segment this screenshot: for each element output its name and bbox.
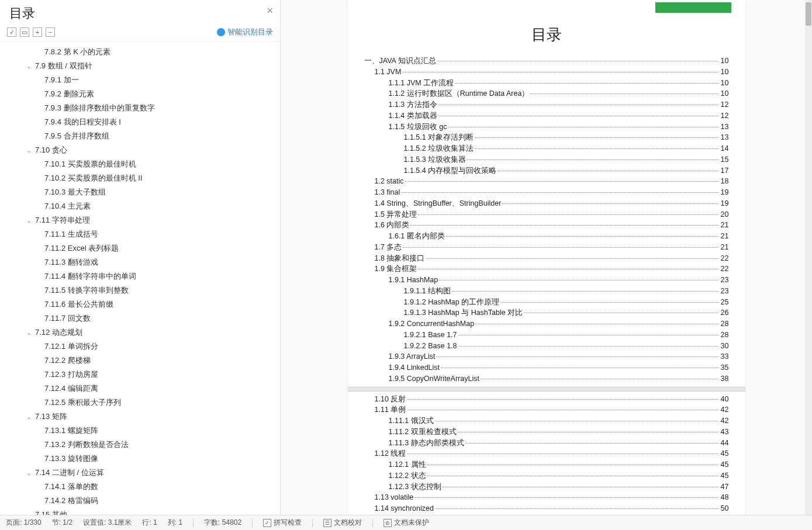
toc-entry[interactable]: 1.2 static18 — [364, 176, 729, 187]
outline-item[interactable]: 7.11.7 回文数 — [41, 311, 280, 325]
toc-entry[interactable]: 1.9.2.1 Base 1.728 — [364, 330, 729, 341]
outline-group-head[interactable]: ⌄7.14 二进制 / 位运算 — [22, 466, 280, 480]
close-icon[interactable]: × — [267, 5, 273, 17]
status-page[interactable]: 页面: 1/330 — [6, 518, 42, 528]
toc-entry[interactable]: 1.11.1 饿汉式42 — [364, 415, 729, 427]
status-col[interactable]: 列: 1 — [168, 518, 182, 528]
outline-item[interactable]: 7.11.4 翻转字符串中的单词 — [41, 269, 280, 283]
outline-item[interactable]: 7.11.5 转换字符串到整数 — [41, 283, 280, 297]
toc-entry[interactable]: 1.6.1 匿名内部类21 — [364, 231, 729, 242]
toc-entry[interactable]: 1.1.5.4 内存模型与回收策略17 — [364, 165, 729, 176]
toc-entry[interactable]: 1.1 JVM10 — [364, 67, 729, 78]
toc-entry[interactable]: 1.13 volatile48 — [364, 492, 729, 503]
toc-entry[interactable]: 1.1.2 运行时数据区（Runtime Data Area）10 — [364, 88, 729, 99]
outline-item[interactable]: 7.8.2 第 K 小的元素 — [41, 45, 280, 59]
outline-item[interactable]: 7.11.1 生成括号 — [41, 227, 280, 241]
status-spellcheck[interactable]: ✓ 拼写检查 — [263, 518, 302, 528]
outline-item[interactable]: 7.13.2 判断数独是否合法 — [41, 438, 280, 452]
outline-group-head[interactable]: ⌄7.15 其他 — [22, 508, 280, 515]
outline-item[interactable]: 7.9.5 合并排序数组 — [41, 129, 280, 143]
toc-entry[interactable]: 1.9.2.2 Base 1.830 — [364, 341, 729, 352]
outline-item[interactable]: 7.13.1 螺旋矩阵 — [41, 424, 280, 438]
expand-icon[interactable]: + — [33, 27, 42, 37]
toc-entry[interactable]: 1.12.1 属性45 — [364, 459, 729, 470]
outline-group-head[interactable]: ⌄7.11 字符串处理 — [22, 213, 280, 227]
toc-entry[interactable]: 1.9.1.2 HashMap 的工作原理25 — [364, 297, 729, 308]
outline-item[interactable]: 7.9.1 加一 — [41, 73, 280, 87]
layout-icon[interactable]: ▭ — [20, 27, 29, 37]
scrollbar[interactable] — [805, 0, 812, 515]
outline-group-head[interactable]: ⌄7.9 数组 / 双指针 — [22, 59, 280, 73]
toc-entry[interactable]: 1.8 抽象和接口22 — [364, 253, 729, 264]
outline-item[interactable]: 7.10.3 最大子数组 — [41, 185, 280, 199]
toc-entry[interactable]: 1.9.2 ConcurrentHashMap28 — [364, 318, 729, 330]
outline-panel: 目录 × ✓ ▭ + − 智能识别目录 7.8.2 第 K 小的元素⌄7.9 数… — [0, 0, 281, 515]
toc-entry[interactable]: 1.12.3 状态控制47 — [364, 481, 729, 493]
toc-entry[interactable]: 1.7 多态21 — [364, 242, 729, 253]
document-viewport[interactable]: 目录 一、JAVA 知识点汇总101.1 JVM101.1.1 JVM 工作流程… — [281, 0, 812, 515]
outline-item[interactable]: 7.9.2 删除元素 — [41, 87, 280, 101]
status-wordcount[interactable]: 字数: 54802 — [204, 518, 241, 528]
toc-leader — [438, 105, 718, 105]
outline-item[interactable]: 7.11.2 Excel 表列标题 — [41, 241, 280, 255]
smart-recognize-link[interactable]: 智能识别目录 — [217, 27, 273, 37]
outline-item[interactable]: 7.11.3 翻转游戏 — [41, 255, 280, 269]
outline-item[interactable]: 7.12.5 乘积最大子序列 — [41, 396, 280, 410]
toc-entry[interactable]: 1.9.1 HashMap23 — [364, 275, 729, 286]
outline-item[interactable]: 7.14.2 格雷编码 — [41, 494, 280, 508]
toc-entry[interactable]: 1.11 单例42 — [364, 404, 729, 415]
outline-item[interactable]: 7.9.4 我的日程安排表 I — [41, 115, 280, 129]
toc-page: 50 — [720, 514, 729, 515]
toc-entry[interactable]: 1.9.1.1 结构图23 — [364, 286, 729, 297]
toc-entry[interactable]: 1.9.5 CopyOnWriteArrayList38 — [364, 373, 729, 384]
status-section[interactable]: 节: 1/2 — [52, 518, 72, 528]
scrollbar-thumb[interactable] — [806, 2, 811, 26]
outline-group-head[interactable]: ⌄7.12 动态规划 — [22, 325, 280, 340]
toc-entry[interactable]: 1.9.3 ArrayList33 — [364, 351, 729, 362]
toc-entry[interactable]: 1.5 异常处理20 — [364, 209, 729, 220]
toc-entry[interactable]: 一、JAVA 知识点汇总10 — [364, 56, 729, 67]
outline-item[interactable]: 7.14.1 落单的数 — [41, 480, 280, 494]
outline-item[interactable]: 7.12.2 爬楼梯 — [41, 354, 280, 368]
toc-entry[interactable]: 1.11.2 双重检查模式43 — [364, 427, 729, 438]
outline-item[interactable]: 7.9.3 删除排序数组中的重复数字 — [41, 101, 280, 115]
status-row[interactable]: 行: 1 — [142, 518, 157, 528]
collapse-icon[interactable]: − — [46, 27, 55, 37]
outline-item[interactable]: 7.13.3 旋转图像 — [41, 452, 280, 466]
toc-entry[interactable]: 1.1.4 类加载器12 — [364, 110, 729, 122]
status-setvalue[interactable]: 设置值: 3.1厘米 — [83, 518, 132, 528]
outline-item[interactable]: 7.10.2 买卖股票的最佳时机 II — [41, 171, 280, 185]
toc-entry[interactable]: 1.11.3 静态内部类模式44 — [364, 438, 729, 449]
toc-entry[interactable]: 1.1.5.2 垃圾收集算法14 — [364, 143, 729, 154]
toc-entry[interactable]: 1.6 内部类21 — [364, 220, 729, 231]
check-icon[interactable]: ✓ — [7, 27, 16, 37]
outline-item[interactable]: 7.10.4 主元素 — [41, 199, 280, 213]
toc-entry[interactable]: 1.14 synchronized50 — [364, 503, 729, 514]
outline-item[interactable]: 7.12.3 打劫房屋 — [41, 368, 280, 382]
toc-entry[interactable]: 1.9.4 LinkedList35 — [364, 362, 729, 373]
toc-entry[interactable]: 1.1.1 JVM 工作流程10 — [364, 78, 729, 89]
status-proofread[interactable]: ☰ 文档校对 — [323, 518, 362, 528]
outline-group-head[interactable]: ⌄7.10 贪心 — [22, 143, 280, 157]
outline-tree[interactable]: 7.8.2 第 K 小的元素⌄7.9 数组 / 双指针7.9.1 加一7.9.2… — [0, 41, 280, 515]
toc-entry[interactable]: 1.14.1 根据获取的锁分类50 — [364, 514, 729, 515]
toc-entry[interactable]: 1.1.3 方法指令12 — [364, 99, 729, 110]
status-protection[interactable]: ⊘ 文档未保护 — [383, 518, 429, 528]
toc-entry[interactable]: 1.12.2 状态45 — [364, 470, 729, 481]
outline-item[interactable]: 7.12.1 单词拆分 — [41, 340, 280, 354]
toc-entry[interactable]: 1.4 String、StringBuffer、StringBuilder19 — [364, 198, 729, 209]
outline-item[interactable]: 7.10.1 买卖股票的最佳时机 — [41, 157, 280, 171]
toc-entry[interactable]: 1.1.5.1 对象存活判断13 — [364, 132, 729, 143]
toc-entry[interactable]: 1.1.5.3 垃圾收集器15 — [364, 154, 729, 165]
toc-entry[interactable]: 1.10 反射40 — [364, 394, 729, 405]
toc-page: 50 — [720, 503, 729, 514]
toc-entry[interactable]: 1.9.1.3 HashMap 与 HashTable 对比26 — [364, 307, 729, 318]
outline-group-head[interactable]: ⌄7.13 矩阵 — [22, 410, 280, 424]
toc-entry[interactable]: 1.1.5 垃圾回收 gc13 — [364, 122, 729, 133]
toc-entry[interactable]: 1.9 集合框架22 — [364, 264, 729, 275]
toc-label: 1.1 JVM — [375, 67, 402, 78]
outline-item[interactable]: 7.11.6 最长公共前缀 — [41, 297, 280, 311]
toc-entry[interactable]: 1.3 final19 — [364, 187, 729, 198]
outline-item[interactable]: 7.12.4 编辑距离 — [41, 382, 280, 396]
toc-entry[interactable]: 1.12 线程45 — [364, 448, 729, 459]
